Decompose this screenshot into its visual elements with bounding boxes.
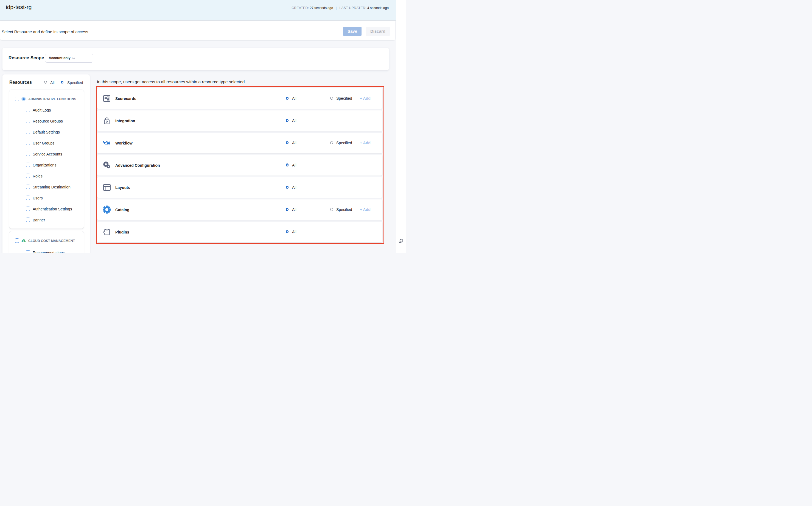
svg-text:$: $: [23, 240, 24, 242]
